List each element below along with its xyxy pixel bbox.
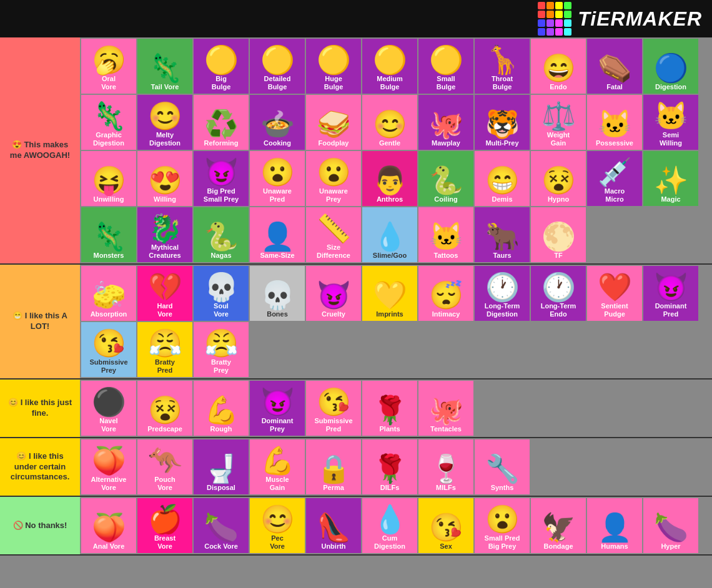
- item-label: Big Pred Small Prey: [204, 187, 239, 203]
- tier-item[interactable]: ⚖️Weight Gain: [531, 95, 586, 150]
- tier-item[interactable]: 💧Cum Digestion: [362, 498, 417, 553]
- tier-item[interactable]: 🍆Cock Vore: [194, 498, 249, 553]
- tier-item[interactable]: 🌹DILFs: [362, 439, 417, 494]
- tier-item[interactable]: 🐂Taurs: [475, 207, 530, 262]
- tier-item[interactable]: 😘Submissive Prey: [81, 322, 136, 377]
- tier-item[interactable]: 🐙Mawplay: [418, 95, 473, 150]
- tier-item[interactable]: 🐱Semi Willing: [643, 95, 698, 150]
- tier-item[interactable]: 🟡Big Bulge: [194, 39, 249, 94]
- tier-item[interactable]: 🍑Anal Vore: [81, 498, 136, 553]
- tier-item[interactable]: 🐍Coiling: [418, 151, 473, 206]
- logo-dot-12: [538, 28, 545, 36]
- item-emoji: 😈: [260, 388, 295, 416]
- tier-item[interactable]: 😵Predscape: [137, 381, 192, 436]
- tier-item[interactable]: 😘Sex: [418, 498, 473, 553]
- tier-item[interactable]: 😴Intimacy: [418, 266, 473, 321]
- tier-item[interactable]: 😈Big Pred Small Prey: [194, 151, 249, 206]
- item-emoji: 🟡: [317, 46, 351, 74]
- tier-item[interactable]: 😝Unwilling: [81, 151, 136, 206]
- tier-item[interactable]: 🧽Absorption: [81, 266, 136, 321]
- tier-item[interactable]: 🟡Detailed Bulge: [250, 39, 305, 94]
- item-emoji: 👤: [598, 514, 632, 541]
- item-emoji: 🦎: [148, 54, 182, 82]
- tier-item[interactable]: 💉Macro Micro: [587, 151, 642, 206]
- tier-item[interactable]: 💀Soul Vore: [194, 266, 249, 321]
- tier-item[interactable]: 🐱Tattoos: [418, 207, 473, 262]
- tier-item[interactable]: 😊Melty Digestion: [137, 95, 192, 150]
- tier-item[interactable]: 🦘Pouch Vore: [137, 439, 192, 494]
- item-label: Intimacy: [432, 310, 460, 318]
- tier-item[interactable]: 🦒Throat Bulge: [475, 39, 530, 94]
- tier-item[interactable]: 😍Willing: [137, 151, 192, 206]
- tier-item[interactable]: 💔Hard Vore: [137, 266, 192, 321]
- tier-item[interactable]: 🍎Breast Vore: [137, 498, 192, 553]
- logo-dot-15: [564, 28, 571, 36]
- tier-item[interactable]: ❤️Sentient Pudge: [587, 266, 642, 321]
- tier-item[interactable]: 🦎Tail Vore: [137, 39, 192, 94]
- item-label: Tentacles: [430, 425, 462, 433]
- tier-item[interactable]: 🔵Digestion: [643, 39, 698, 94]
- tier-item[interactable]: 😮Unaware Prey: [306, 151, 361, 206]
- tier-item[interactable]: 🔧Synths: [475, 439, 530, 494]
- tier-item[interactable]: 🦅Bondage: [531, 498, 586, 553]
- tier-item[interactable]: 😈Dominant Pred: [643, 266, 698, 321]
- logo: TiERMAKER: [538, 2, 702, 36]
- tier-item[interactable]: 🍷MILFs: [418, 439, 473, 494]
- tier-item[interactable]: 😮Small Pred Big Prey: [475, 498, 530, 553]
- tier-item[interactable]: 🔒Perma: [306, 439, 361, 494]
- tier-item[interactable]: 😤Bratty Prey: [194, 322, 249, 377]
- tier-item[interactable]: 😵Hypno: [531, 151, 586, 206]
- tier-item[interactable]: 🥱Oral Vore: [81, 39, 136, 94]
- tier-item[interactable]: 😈Cruelty: [306, 266, 361, 321]
- tier-item[interactable]: 🌹Plants: [362, 381, 417, 436]
- tier-item[interactable]: 🐯Multi-Prey: [475, 95, 530, 150]
- tier-item[interactable]: 💧Slime/Goo: [362, 207, 417, 262]
- tier-item[interactable]: 💪Rough: [194, 381, 249, 436]
- tier-item[interactable]: 📏Size Difference: [306, 207, 361, 262]
- tier-item[interactable]: 😤Bratty Pred: [137, 322, 192, 377]
- tier-item[interactable]: 😘Submissive Pred: [306, 381, 361, 436]
- tier-item[interactable]: 🟡Huge Bulge: [306, 39, 361, 94]
- tier-item[interactable]: ✨Magic: [643, 151, 698, 206]
- tier-item[interactable]: 😮Unaware Pred: [250, 151, 305, 206]
- tier-item[interactable]: 💛Imprints: [362, 266, 417, 321]
- item-emoji: 💉: [598, 159, 632, 186]
- tier-item[interactable]: ⚫Navel Vore: [81, 381, 136, 436]
- tier-item[interactable]: 🐱Possessive: [587, 95, 642, 150]
- tier-item[interactable]: 😊Gentle: [362, 95, 417, 150]
- tier-item[interactable]: 🚽Disposal: [194, 439, 249, 494]
- tier-item[interactable]: ⚰️Fatal: [587, 39, 642, 94]
- item-label: Magic: [661, 195, 680, 203]
- tier-item[interactable]: 🍆Hyper: [643, 498, 698, 553]
- tier-item[interactable]: 😄Endo: [531, 39, 586, 94]
- tier-item[interactable]: 💪Muscle Gain: [250, 439, 305, 494]
- tier-item[interactable]: 👤Humans: [587, 498, 642, 553]
- tier-item[interactable]: 🦎Monsters: [81, 207, 136, 262]
- tier-item[interactable]: 👤Same-Size: [250, 207, 305, 262]
- tier-item[interactable]: 🍑Alternative Vore: [81, 439, 136, 494]
- tier-item[interactable]: ♻️Reforming: [194, 95, 249, 150]
- tier-item[interactable]: 🦎Graphic Digestion: [81, 95, 136, 150]
- item-label: Tail Vore: [151, 83, 179, 91]
- tier-item[interactable]: 🕐Long-Term Endo: [531, 266, 586, 321]
- tier-item[interactable]: 🥪Foodplay: [306, 95, 361, 150]
- tier-item[interactable]: 🐍Nagas: [194, 207, 249, 262]
- item-label: Sex: [440, 542, 452, 551]
- tier-item[interactable]: 💀Bones: [250, 266, 305, 321]
- tier-item[interactable]: 👠Unbirth: [306, 498, 361, 553]
- tier-item[interactable]: 🐉Mythical Creatures: [137, 207, 192, 262]
- tier-item[interactable]: 🍲Cooking: [250, 95, 305, 150]
- tier-item[interactable]: 👨Anthros: [362, 151, 417, 206]
- tier-item[interactable]: 🟡Small Bulge: [418, 39, 473, 94]
- item-emoji: 🟡: [373, 46, 407, 74]
- item-label: DILFs: [380, 484, 400, 492]
- item-emoji: ⚖️: [541, 102, 576, 130]
- tier-item[interactable]: 🕐Long-Term Digestion: [475, 266, 530, 321]
- tier-item[interactable]: 😈Dominant Prey: [250, 381, 305, 436]
- tier-item[interactable]: 🌕TF: [531, 207, 586, 262]
- item-emoji: 💪: [260, 447, 295, 474]
- tier-item[interactable]: 🐙Tentacles: [418, 381, 473, 436]
- tier-item[interactable]: 😁Demis: [475, 151, 530, 206]
- tier-item[interactable]: 🟡Medium Bulge: [362, 39, 417, 94]
- tier-item[interactable]: 😊Pec Vore: [250, 498, 305, 553]
